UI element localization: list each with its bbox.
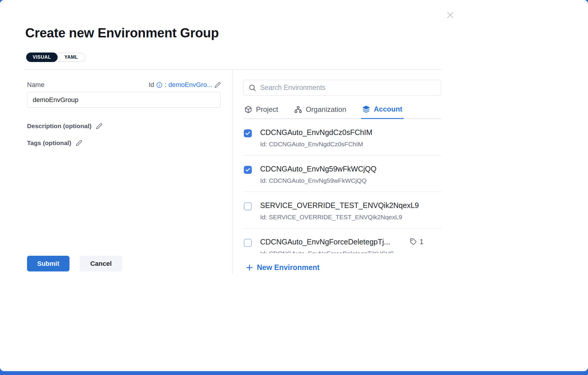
tab-organization[interactable]: Organization xyxy=(293,101,347,118)
search-environments-input[interactable] xyxy=(260,84,436,92)
info-icon[interactable] xyxy=(156,82,162,88)
tags-label: Tags (optional) xyxy=(27,139,71,147)
environment-list: CDCNGAuto_EnvNgdCz0sFChIMId: CDCNGAuto_E… xyxy=(243,119,441,253)
plus-icon xyxy=(246,264,253,271)
env-list-item[interactable]: CDCNGAuto_EnvNg59wFkWCjQQId: CDCNGAuto_E… xyxy=(243,155,441,192)
checkbox-unchecked-icon[interactable] xyxy=(244,202,252,210)
tab-account[interactable]: Account xyxy=(361,101,404,119)
env-id: Id: CDCNGAuto_EnvNgdCz0sFChIM xyxy=(260,140,441,148)
tag-count: 1 xyxy=(420,238,423,246)
env-list-item[interactable]: SERVICE_OVERRIDE_TEST_ENVQik2NqexL9Id: S… xyxy=(243,192,441,228)
env-id: Id: SERVICE_OVERRIDE_TEST_ENVQik2NqexL9 xyxy=(260,213,441,221)
layers-icon xyxy=(362,105,370,113)
tab-project[interactable]: Project xyxy=(243,101,279,118)
env-list-item[interactable]: CDCNGAuto_EnvNgdCz0sFChIMId: CDCNGAuto_E… xyxy=(243,119,441,155)
environment-picker-panel: Project Organization xyxy=(233,70,441,274)
id-separator: : xyxy=(165,81,166,89)
entity-id-row: Id : demoEnvGro... xyxy=(149,81,221,89)
visual-yaml-toggle: VISUAL YAML xyxy=(26,53,86,62)
edit-tags-pencil-icon[interactable] xyxy=(76,140,82,146)
checkbox-checked-icon[interactable] xyxy=(244,129,252,137)
new-environment-label: New Environment xyxy=(257,263,320,272)
cube-icon xyxy=(244,106,252,113)
submit-button[interactable]: Submit xyxy=(27,256,69,271)
name-label: Name xyxy=(27,81,45,89)
env-name: CDCNGAuto_EnvNg59wFkWCjQQ xyxy=(260,164,377,173)
tag-count-badge: 1 xyxy=(410,238,423,246)
env-id: Id: CDCNGAuto_EnvNgForceDeletegpTjXHSVS xyxy=(260,250,441,253)
tab-yaml[interactable]: YAML xyxy=(57,53,85,62)
name-input[interactable] xyxy=(27,92,221,108)
new-environment-button[interactable]: New Environment xyxy=(243,263,320,272)
scope-tabs: Project Organization xyxy=(243,101,441,119)
edit-id-pencil-icon[interactable] xyxy=(214,82,221,88)
tab-project-label: Project xyxy=(256,105,278,114)
search-icon xyxy=(248,84,256,92)
page-title: Create new Environment Group xyxy=(25,26,588,40)
org-hierarchy-icon xyxy=(294,106,302,113)
env-name: CDCNGAuto_EnvNgForceDeletegpTj... xyxy=(260,237,390,246)
env-id: Id: CDCNGAuto_EnvNg59wFkWCjQQ xyxy=(260,177,441,185)
env-name: CDCNGAuto_EnvNgdCz0sFChIM xyxy=(260,128,372,137)
form-panel: Name Id : demoEnvGro... xyxy=(25,70,233,274)
edit-description-pencil-icon[interactable] xyxy=(96,123,102,129)
tab-visual[interactable]: VISUAL xyxy=(26,53,58,62)
checkbox-checked-icon[interactable] xyxy=(244,166,252,174)
checkbox-unchecked-icon[interactable] xyxy=(244,239,252,247)
id-value-link[interactable]: demoEnvGro... xyxy=(168,81,212,89)
search-box xyxy=(243,80,441,96)
description-label: Description (optional) xyxy=(27,123,91,130)
tab-account-label: Account xyxy=(374,105,402,113)
create-env-group-modal: Create new Environment Group VISUAL YAML… xyxy=(0,0,588,371)
env-name: SERVICE_OVERRIDE_TEST_ENVQik2NqexL9 xyxy=(260,201,419,210)
tab-organization-label: Organization xyxy=(306,105,346,114)
env-list-item[interactable]: CDCNGAuto_EnvNgForceDeletegpTj...1Id: CD… xyxy=(243,228,441,253)
cancel-button[interactable]: Cancel xyxy=(80,256,122,271)
id-label: Id xyxy=(149,81,154,89)
close-icon[interactable] xyxy=(445,10,456,20)
